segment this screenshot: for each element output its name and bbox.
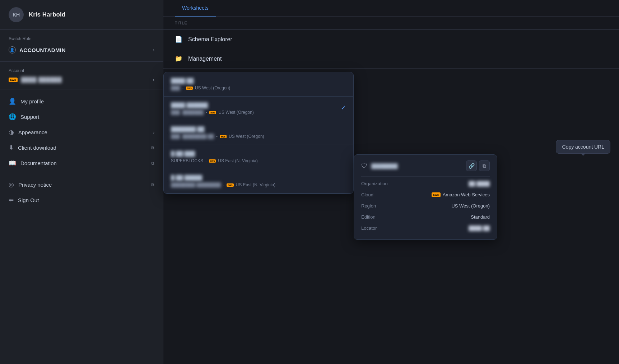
aws-cloud-badge: aws xyxy=(432,192,441,197)
role-icon: 👤 xyxy=(9,46,16,53)
role-row[interactable]: 👤 ACCOUNTADMIN › xyxy=(9,45,154,55)
switch-role-label: Switch Role xyxy=(9,36,154,41)
organization-value: ██ ████ xyxy=(469,181,490,186)
copy-link-button[interactable]: 🔗 xyxy=(466,160,477,171)
sign-out-label: Sign Out xyxy=(18,197,39,203)
region-label: Region xyxy=(361,203,376,209)
account-label: Account xyxy=(9,68,154,73)
switcher-item-3-name: ███████ ██ xyxy=(171,126,346,132)
checkmark-icon: ✓ xyxy=(341,104,346,112)
sidebar-item-appearance[interactable]: ◑ Appearance › xyxy=(0,125,163,140)
cloud-label: Cloud xyxy=(361,192,373,197)
table-row[interactable]: 📄 Schema Explorer xyxy=(163,30,619,49)
appearance-icon: ◑ xyxy=(9,129,14,136)
account-section: Account aws ████ ██████ › xyxy=(0,62,163,89)
avatar: KH xyxy=(9,7,24,22)
detail-cloud-row: Cloud aws Amazon Web Services xyxy=(361,189,490,200)
main-tabs: Worksheets xyxy=(163,0,619,17)
switcher-group-3: █ ██ ███ SUPERBLOCKS - aws US East (N. V… xyxy=(164,145,353,193)
my-profile-label: My profile xyxy=(20,98,44,104)
privacy-ext-icon: ⧉ xyxy=(151,182,154,187)
aws-mini-icon-2: aws xyxy=(209,111,216,114)
copy-button[interactable]: ⧉ xyxy=(479,160,490,171)
account-chevron-icon: › xyxy=(153,77,154,83)
signout-icon: ⬅ xyxy=(9,196,14,204)
sidebar-item-privacy-notice[interactable]: ◎ Privacy notice ⧉ xyxy=(0,177,163,192)
menu-divider xyxy=(0,174,163,174)
support-label: Support xyxy=(20,114,39,120)
sidebar-item-sign-out[interactable]: ⬅ Sign Out xyxy=(0,192,163,208)
account-switcher-dropdown: ████ ██ ███ - aws US West (Oregon) ████ … xyxy=(163,72,354,194)
privacy-notice-label: Privacy notice xyxy=(18,182,52,188)
detail-locator-row: Locator ████ ██ xyxy=(361,223,490,234)
client-download-ext-icon: ⧉ xyxy=(151,145,154,150)
tooltip-text: Copy account URL xyxy=(562,144,604,150)
tab-worksheets[interactable]: Worksheets xyxy=(175,0,216,17)
region-value: US West (Oregon) xyxy=(451,203,490,209)
download-icon: ⬇ xyxy=(9,144,14,151)
organization-label: Organization xyxy=(361,181,388,186)
sidebar-item-my-profile[interactable]: 👤 My profile xyxy=(0,94,163,109)
switcher-item-4[interactable]: █ ██ ███ SUPERBLOCKS - aws US East (N. V… xyxy=(164,145,353,169)
switcher-item-5-sub: ████████ ████████ - aws US East (N. Virg… xyxy=(171,182,346,187)
aws-mini-icon-4: aws xyxy=(209,159,216,163)
role-chevron-icon: › xyxy=(153,47,154,53)
detail-edition-row: Edition Standard xyxy=(361,211,490,223)
detail-actions: 🔗 ⧉ xyxy=(466,160,490,171)
locator-value: ████ ██ xyxy=(469,225,490,231)
aws-mini-icon: aws xyxy=(186,87,193,90)
switcher-item-5[interactable]: █ ██ █████ ████████ ████████ - aws US Ea… xyxy=(164,169,353,193)
table-header: TITLE xyxy=(163,17,619,30)
aws-mini-icon-3: aws xyxy=(220,135,227,138)
documentation-label: Documentation xyxy=(20,160,57,166)
detail-divider-1 xyxy=(361,176,490,177)
user-header: KH Kris Harbold xyxy=(0,0,163,30)
support-icon: 🌐 xyxy=(9,113,16,121)
switcher-item-1[interactable]: ████ ██ ███ - aws US West (Oregon) xyxy=(164,72,353,96)
management-icon: 📁 xyxy=(175,55,182,62)
schema-explorer-label: Schema Explorer xyxy=(188,36,232,43)
account-id: ████ ██████ xyxy=(21,77,62,83)
appearance-label: Appearance xyxy=(18,129,47,135)
profile-icon: 👤 xyxy=(9,98,16,105)
aws-badge: aws xyxy=(9,78,18,82)
user-name: Kris Harbold xyxy=(29,11,65,18)
detail-header: 🛡 ████████ 🔗 ⧉ xyxy=(361,160,490,171)
detail-account-name: ████████ xyxy=(371,163,398,169)
switcher-group-2: ████ ██████ ███ ███████ - aws US West (O… xyxy=(164,97,353,145)
switcher-item-4-name: █ ██ ███ xyxy=(171,151,346,157)
account-row[interactable]: aws ████ ██████ › xyxy=(9,77,154,83)
schema-explorer-icon: 📄 xyxy=(175,36,182,43)
switcher-item-1-sub: ███ - aws US West (Oregon) xyxy=(171,85,346,90)
edition-value: Standard xyxy=(471,214,490,220)
sidebar-item-documentation[interactable]: 📖 Documentation ⧉ xyxy=(0,155,163,171)
switcher-item-2-sub: ███ ███████ - aws US West (Oregon) xyxy=(171,110,341,115)
switcher-item-4-sub: SUPERBLOCKS - aws US East (N. Virginia) xyxy=(171,158,346,163)
switcher-group-1: ████ ██ ███ - aws US West (Oregon) xyxy=(164,72,353,97)
switcher-item-2-name: ████ ██████ xyxy=(171,102,341,108)
switcher-item-3[interactable]: ███████ ██ ███ ████████ ██ - aws US West… xyxy=(164,121,353,145)
table-row[interactable]: 📁 Management xyxy=(163,49,619,69)
sidebar-item-client-download[interactable]: ⬇ Client download ⧉ xyxy=(0,140,163,155)
docs-icon: 📖 xyxy=(9,159,16,167)
menu-items: 👤 My profile 🌐 Support ◑ Appearance › ⬇ … xyxy=(0,89,163,364)
shield-icon: 🛡 xyxy=(361,162,368,170)
role-text: ACCOUNTADMIN xyxy=(19,47,66,53)
appearance-chevron-icon: › xyxy=(153,130,154,135)
locator-label: Locator xyxy=(361,225,377,231)
copy-url-tooltip: Copy account URL xyxy=(556,140,610,154)
detail-region-row: Region US West (Oregon) xyxy=(361,200,490,211)
cloud-value: aws Amazon Web Services xyxy=(432,192,490,197)
client-download-label: Client download xyxy=(18,145,56,151)
edition-label: Edition xyxy=(361,214,376,220)
switcher-item-3-sub: ███ ████████ ██ - aws US West (Oregon) xyxy=(171,134,346,139)
switcher-item-5-name: █ ██ █████ xyxy=(171,175,346,181)
switch-role-section: Switch Role 👤 ACCOUNTADMIN › xyxy=(0,30,163,62)
management-label: Management xyxy=(188,56,222,62)
aws-mini-icon-5: aws xyxy=(227,183,233,187)
sidebar: KH Kris Harbold Switch Role 👤 ACCOUNTADM… xyxy=(0,0,163,364)
account-detail-panel: 🛡 ████████ 🔗 ⧉ Organization ██ ████ Clou… xyxy=(354,154,497,240)
switcher-item-2[interactable]: ████ ██████ ███ ███████ - aws US West (O… xyxy=(164,97,353,121)
detail-organization-row: Organization ██ ████ xyxy=(361,178,490,189)
sidebar-item-support[interactable]: 🌐 Support xyxy=(0,109,163,125)
